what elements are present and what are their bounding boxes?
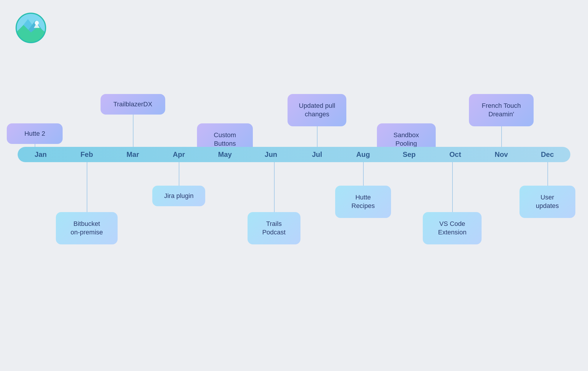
- connector-vs-code: [452, 162, 453, 212]
- month-label-aug: Aug: [340, 150, 386, 159]
- event-french-touch: French Touch Dreamin': [469, 94, 534, 126]
- event-updated-pull: Updated pull changes: [288, 94, 346, 126]
- app-logo: [15, 12, 47, 44]
- month-label-mar: Mar: [110, 150, 156, 159]
- event-bitbucket: Bitbucket on-premise: [56, 212, 118, 244]
- timeline-area: JanFebMarAprMayJunJulAugSepOctNovDecHutt…: [18, 50, 570, 342]
- month-label-feb: Feb: [64, 150, 110, 159]
- connector-trailblazerdx: [133, 115, 133, 147]
- connector-jira-plugin: [179, 162, 179, 186]
- connector-hutte2: [35, 144, 35, 147]
- event-user-updates: User updates: [519, 186, 575, 218]
- month-label-oct: Oct: [432, 150, 478, 159]
- event-trails-podcast: Trails Podcast: [248, 212, 300, 244]
- month-label-dec: Dec: [524, 150, 570, 159]
- connector-french-touch: [501, 126, 502, 147]
- event-jira-plugin: Jira plugin: [152, 186, 205, 206]
- month-label-nov: Nov: [478, 150, 524, 159]
- month-label-jun: Jun: [248, 150, 294, 159]
- event-hutte-recipes: Hutte Recipes: [335, 186, 391, 218]
- connector-user-updates: [547, 162, 548, 186]
- month-label-may: May: [202, 150, 248, 159]
- month-label-sep: Sep: [386, 150, 432, 159]
- month-label-jan: Jan: [18, 150, 64, 159]
- connector-hutte-recipes: [363, 162, 364, 186]
- timeline-bar: JanFebMarAprMayJunJulAugSepOctNovDec: [18, 147, 570, 162]
- connector-bitbucket: [87, 162, 87, 212]
- month-label-jul: Jul: [294, 150, 340, 159]
- event-trailblazerdx: TrailblazerDX: [101, 94, 165, 115]
- connector-updated-pull: [317, 126, 318, 147]
- event-hutte2: Hutte 2: [7, 123, 63, 144]
- event-vs-code: VS Code Extension: [423, 212, 482, 244]
- connector-trails-podcast: [274, 162, 275, 212]
- month-label-apr: Apr: [156, 150, 202, 159]
